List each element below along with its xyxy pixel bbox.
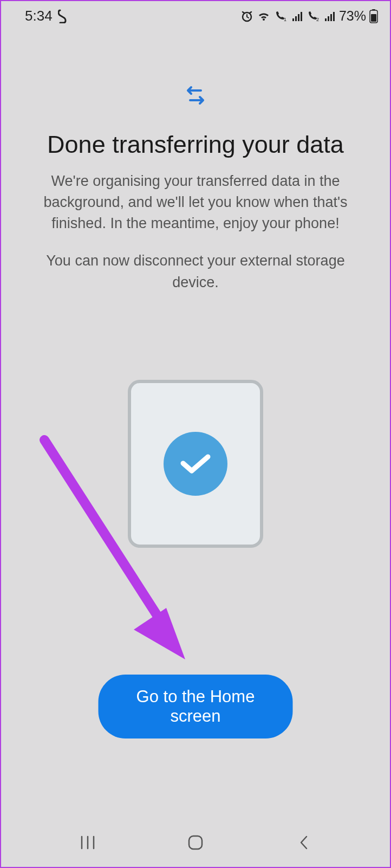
battery-percentage: 73% xyxy=(339,8,366,24)
svg-rect-9 xyxy=(330,14,332,21)
page-title: Done transferring your data xyxy=(47,131,344,159)
home-button[interactable] xyxy=(179,832,212,853)
status-bar: 5:34 1 2 73% xyxy=(1,1,390,31)
svg-rect-4 xyxy=(298,14,299,21)
svg-rect-10 xyxy=(333,12,335,21)
wifi-icon xyxy=(257,10,271,22)
success-checkmark-icon xyxy=(164,432,227,496)
page-description: We're organising your transferred data i… xyxy=(23,171,368,234)
svg-rect-19 xyxy=(189,836,202,849)
svg-rect-8 xyxy=(328,16,329,21)
app-indicator-icon xyxy=(58,9,68,23)
page-subdescription: You can now disconnect your external sto… xyxy=(23,250,368,293)
home-screen-button[interactable]: Go to the Home screen xyxy=(99,675,293,739)
transfer-arrows-icon xyxy=(184,85,207,109)
back-button[interactable] xyxy=(287,832,320,853)
signal2-icon xyxy=(324,11,336,22)
signal1-icon xyxy=(291,11,303,22)
navigation-bar xyxy=(1,818,390,867)
status-time: 5:34 xyxy=(25,8,53,24)
alarm-icon xyxy=(240,10,253,23)
battery-icon xyxy=(369,9,378,23)
status-right: 1 2 73% xyxy=(240,8,378,24)
svg-text:1: 1 xyxy=(284,17,286,22)
sim1-call-icon: 1 xyxy=(274,10,288,22)
recents-button[interactable] xyxy=(71,832,104,853)
phone-illustration xyxy=(128,380,263,548)
svg-rect-2 xyxy=(292,18,294,21)
status-left: 5:34 xyxy=(25,8,68,24)
svg-rect-5 xyxy=(301,12,302,21)
svg-marker-15 xyxy=(134,608,185,659)
sim2-call-icon: 2 xyxy=(307,10,321,22)
svg-rect-3 xyxy=(295,16,297,21)
main-content: Done transferring your data We're organi… xyxy=(1,31,390,548)
svg-text:2: 2 xyxy=(316,17,319,22)
svg-rect-7 xyxy=(325,18,327,21)
svg-rect-13 xyxy=(371,14,376,22)
